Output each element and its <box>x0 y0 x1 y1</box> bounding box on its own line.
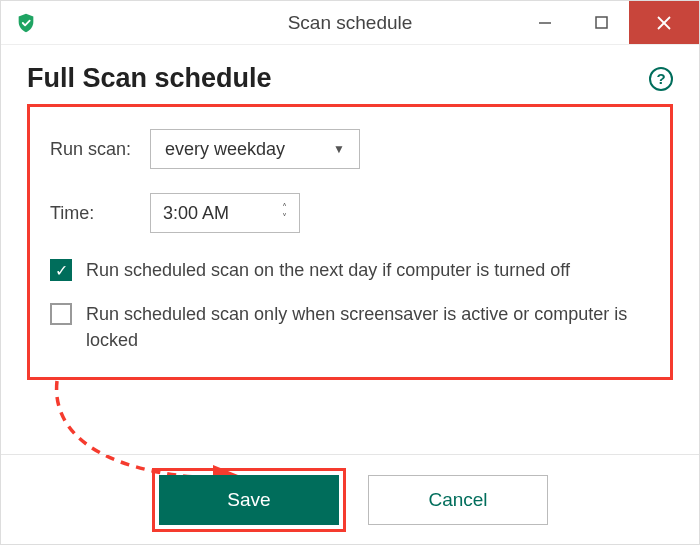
time-value: 3:00 AM <box>163 203 229 224</box>
settings-form: Run scan: every weekday ▼ Time: 3:00 AM … <box>27 104 673 380</box>
content-area: Full Scan schedule ? Run scan: every wee… <box>1 45 699 380</box>
page-title: Full Scan schedule <box>27 63 649 94</box>
save-button[interactable]: Save <box>159 475 339 525</box>
close-button[interactable] <box>629 1 699 44</box>
run-scan-select[interactable]: every weekday ▼ <box>150 129 360 169</box>
time-input[interactable]: 3:00 AM ˄ ˅ <box>150 193 300 233</box>
dialog-footer: Save Cancel <box>1 454 699 544</box>
next-day-label: Run scheduled scan on the next day if co… <box>86 257 570 283</box>
window-controls <box>517 1 699 44</box>
run-scan-label: Run scan: <box>50 139 150 160</box>
screensaver-label: Run scheduled scan only when screensaver… <box>86 301 650 353</box>
time-spinner[interactable]: ˄ ˅ <box>282 204 287 222</box>
spinner-down-icon[interactable]: ˅ <box>282 214 287 222</box>
time-label: Time: <box>50 203 150 224</box>
maximize-button[interactable] <box>573 1 629 44</box>
run-scan-value: every weekday <box>165 139 285 160</box>
app-shield-icon <box>15 12 37 34</box>
minimize-button[interactable] <box>517 1 573 44</box>
screensaver-checkbox[interactable] <box>50 303 72 325</box>
titlebar: Scan schedule <box>1 1 699 45</box>
cancel-button[interactable]: Cancel <box>368 475 548 525</box>
help-icon[interactable]: ? <box>649 67 673 91</box>
svg-rect-1 <box>596 17 607 28</box>
dialog-window: Scan schedule Full Scan schedule ? Run s… <box>0 0 700 545</box>
next-day-checkbox[interactable]: ✓ <box>50 259 72 281</box>
chevron-down-icon: ▼ <box>333 142 345 156</box>
spinner-up-icon[interactable]: ˄ <box>282 204 287 212</box>
save-button-highlight: Save <box>152 468 346 532</box>
